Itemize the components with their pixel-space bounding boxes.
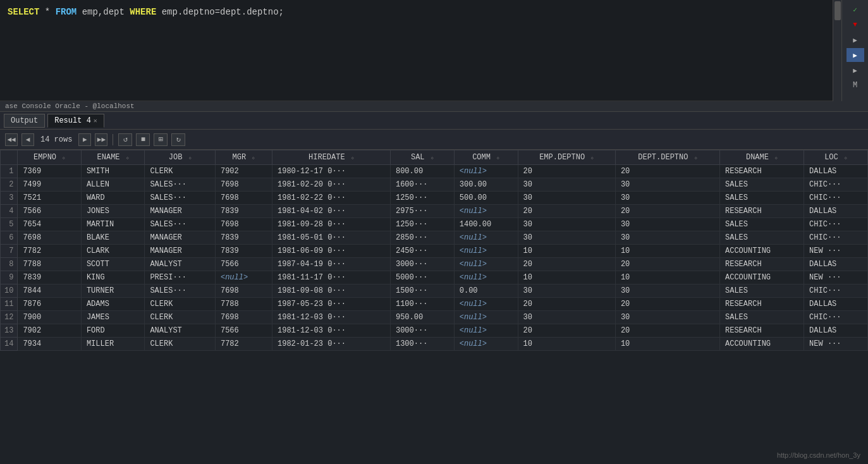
- table-row[interactable]: 47566JONESMANAGER78391981-04-02 0···2975…: [1, 205, 868, 218]
- table-cell: SALES: [720, 311, 804, 324]
- table-cell: 30: [518, 284, 615, 298]
- reload-icon[interactable]: ↻: [171, 133, 185, 146]
- table-cell: 30: [518, 231, 615, 245]
- table-cell: 10: [518, 338, 615, 351]
- col-mgr[interactable]: MGR ⬦: [215, 150, 272, 165]
- table-cell: 7782: [215, 338, 272, 351]
- nav-next-button[interactable]: ▶: [78, 133, 91, 146]
- refresh-icon[interactable]: ↺: [118, 133, 132, 146]
- table-row[interactable]: 147934MILLERCLERK77821982-01-23 0···1300…: [1, 338, 868, 351]
- table-cell: DALLAS: [804, 324, 868, 338]
- table-cell: 30: [615, 218, 719, 231]
- row-number-cell: 13: [1, 324, 18, 338]
- table-cell: 3000···: [390, 258, 454, 271]
- table-row[interactable]: 97839KINGPRESI···<null>1981-11-17 0···50…: [1, 271, 868, 284]
- result-container[interactable]: EMPNO ⬦ ENAME ⬦ JOB ⬦ MGR ⬦ HIREDATE ⬦ S…: [0, 150, 868, 464]
- table-cell: 7566: [215, 324, 272, 338]
- table-cell: SALES: [720, 218, 804, 231]
- run2-icon[interactable]: ▶: [847, 63, 864, 77]
- col-dname[interactable]: DNAME ⬦: [720, 150, 804, 165]
- row-number-cell: 14: [1, 338, 18, 351]
- table-cell: 7566: [215, 258, 272, 271]
- table-cell: 7788: [18, 258, 82, 271]
- table-cell: 30: [615, 192, 719, 205]
- table-cell: 1981-11-17 0···: [272, 271, 391, 284]
- table-cell: SALES···: [145, 218, 216, 231]
- table-cell: RESEARCH: [720, 258, 804, 271]
- scrollbar-thumb: [834, 1, 841, 20]
- m-icon[interactable]: M: [847, 78, 864, 92]
- table-cell: 20: [615, 298, 719, 311]
- table-cell: 1250···: [390, 192, 454, 205]
- tab-output[interactable]: Output: [4, 114, 45, 128]
- table-row[interactable]: 17369SMITHCLERK79021980-12-17 0···800.00…: [1, 165, 868, 178]
- table-cell: 30: [518, 311, 615, 324]
- col-ename[interactable]: ENAME ⬦: [81, 150, 145, 165]
- table-cell: 7839: [215, 245, 272, 258]
- table-row[interactable]: 117876ADAMSCLERK77881987-05-23 0···1100·…: [1, 298, 868, 311]
- table-cell: MARTIN: [81, 218, 145, 231]
- table-cell: 7698: [18, 231, 82, 245]
- table-cell: 2975···: [390, 205, 454, 218]
- run-icon[interactable]: ▶: [847, 33, 864, 47]
- col-hiredate[interactable]: HIREDATE ⬦: [272, 150, 391, 165]
- col-emp-deptno[interactable]: EMP.DEPTNO ⬦: [518, 150, 615, 165]
- table-cell: 1987-05-23 0···: [272, 298, 391, 311]
- col-sal[interactable]: SAL ⬦: [390, 150, 454, 165]
- table-cell: <null>: [215, 271, 272, 284]
- table-cell: DALLAS: [804, 298, 868, 311]
- check-icon[interactable]: ✓: [847, 3, 864, 16]
- table-row[interactable]: 87788SCOTTANALYST75661987-04-19 0···3000…: [1, 258, 868, 271]
- tab-result4[interactable]: Result 4 ✕: [47, 114, 104, 128]
- result-toolbar: ◀◀ ◀ 14 rows ▶ ▶▶ ↺ ■ ⊞ ↻: [0, 130, 868, 150]
- keyword-where: WHERE: [130, 7, 156, 17]
- table-cell: 3000···: [390, 324, 454, 338]
- tab-result4-label: Result 4: [54, 116, 91, 125]
- table-cell: 7369: [18, 165, 82, 178]
- table-cell: SALES: [720, 178, 804, 192]
- table-cell: 950.00: [390, 311, 454, 324]
- active-run-icon[interactable]: ▶: [847, 48, 864, 62]
- table-cell: 7876: [18, 298, 82, 311]
- col-job[interactable]: JOB ⬦: [145, 150, 216, 165]
- table-row[interactable]: 137902FORDANALYST75661981-12-03 0···3000…: [1, 324, 868, 338]
- table-cell: <null>: [454, 231, 518, 245]
- table-cell: 20: [615, 324, 719, 338]
- export-icon[interactable]: ⊞: [154, 133, 168, 146]
- nav-prev-button[interactable]: ◀: [21, 133, 34, 146]
- col-comm[interactable]: COMM ⬦: [454, 150, 518, 165]
- tab-close-icon[interactable]: ✕: [94, 117, 97, 125]
- row-number-cell: 5: [1, 218, 18, 231]
- table-cell: DALLAS: [804, 258, 868, 271]
- table-row[interactable]: 127900JAMESCLERK76981981-12-03 0···950.0…: [1, 311, 868, 324]
- table-cell: 7844: [18, 284, 82, 298]
- table-cell: 800.00: [390, 165, 454, 178]
- nav-first-button[interactable]: ◀◀: [5, 133, 18, 146]
- table-row[interactable]: 37521WARDSALES···76981981-02-22 0···1250…: [1, 192, 868, 205]
- col-dept-deptno[interactable]: DEPT.DEPTNO ⬦: [615, 150, 719, 165]
- table-row[interactable]: 67698BLAKEMANAGER78391981-05-01 0···2850…: [1, 231, 868, 245]
- editor-scrollbar[interactable]: [833, 0, 841, 101]
- table-cell: 2850···: [390, 231, 454, 245]
- table-row[interactable]: 77782CLARKMANAGER78391981-06-09 0···2450…: [1, 245, 868, 258]
- stop-icon[interactable]: ■: [136, 133, 150, 146]
- table-row[interactable]: 107844TURNERSALES···76981981-09-08 0···1…: [1, 284, 868, 298]
- table-cell: 500.00: [454, 192, 518, 205]
- nav-last-button[interactable]: ▶▶: [95, 133, 107, 146]
- col-empno[interactable]: EMPNO ⬦: [18, 150, 82, 165]
- table-cell: 7839: [215, 205, 272, 218]
- table-body: 17369SMITHCLERK79021980-12-17 0···800.00…: [1, 165, 868, 351]
- table-cell: <null>: [454, 165, 518, 178]
- table-cell: CLERK: [145, 165, 216, 178]
- table-cell: 1987-04-19 0···: [272, 258, 391, 271]
- table-cell: 30: [615, 231, 719, 245]
- sql-editor[interactable]: SELECT * FROM emp,dept WHERE emp.deptno=…: [0, 0, 868, 101]
- table-cell: 1981-06-09 0···: [272, 245, 391, 258]
- col-loc[interactable]: LOC ⬦: [804, 150, 868, 165]
- table-row[interactable]: 27499ALLENSALES···76981981-02-20 0···160…: [1, 178, 868, 192]
- table-cell: 7521: [18, 192, 82, 205]
- table-cell: <null>: [454, 258, 518, 271]
- down-icon[interactable]: ▼: [847, 18, 864, 32]
- table-row[interactable]: 57654MARTINSALES···76981981-09-28 0···12…: [1, 218, 868, 231]
- row-number-cell: 7: [1, 245, 18, 258]
